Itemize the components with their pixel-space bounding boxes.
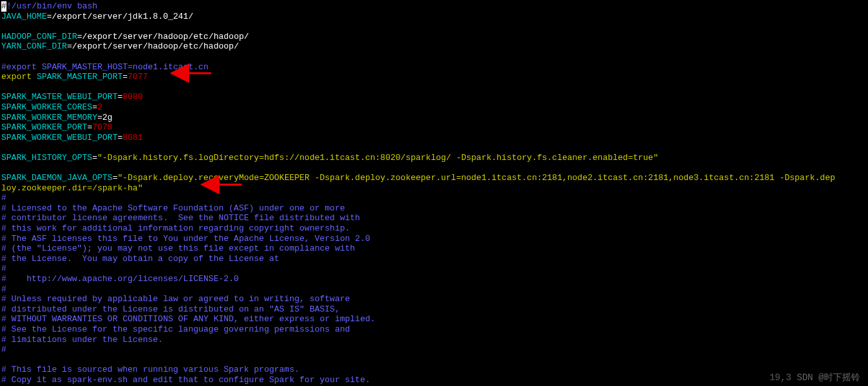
code-line[interactable] [1,355,867,365]
code-token: = [47,12,52,21]
code-token: # WITHOUT WARRANTIES OR CONDITIONS OF AN… [1,314,375,324]
code-token: # The ASF licenses this file to You unde… [1,234,371,244]
code-token: # (the "License"); you may not use this … [1,244,355,253]
code-token: SPARK_MASTER_PORT [37,72,123,82]
code-token: # the License. You may obtain a copy of … [1,254,279,264]
code-token: # Unless required by applicable law or a… [1,294,350,304]
code-token: # This file is sourced when running vari… [1,365,299,374]
code-token: # [1,1,6,12]
code-token: /export/server/jdk1.8.0_241/ [52,12,193,21]
code-token: # Copy it as spark-env.sh and edit that … [1,375,371,385]
code-line[interactable]: #!/usr/bin/env bash [1,1,867,12]
code-token: YARN_CONF_DIR [1,41,67,51]
code-token: /export/server/hadoop/etc/hadoop/ [72,41,238,51]
code-line[interactable]: JAVA_HOME=/export/server/jdk1.8.0_241/ [1,12,867,22]
code-token: # [1,284,6,294]
watermark-text: SDN @时下摇铃 [797,372,860,383]
code-line[interactable] [1,142,867,153]
code-line[interactable]: # http://www.apache.org/licenses/LICENSE… [1,274,867,284]
code-token: JAVA_HOME [1,12,47,21]
code-token: 2 [97,102,102,112]
code-line[interactable]: loy.zookeeper.dir=/spark-ha" [1,183,867,194]
code-token: # this work for additional information r… [1,223,350,233]
code-line[interactable]: export SPARK_MASTER_PORT=7077 [1,72,867,82]
code-line[interactable]: SPARK_WORKER_MEMORY=2g [1,113,867,123]
code-line[interactable]: # See the License for the specific langu… [1,324,867,335]
code-token: "-Dspark.deploy.recoveryMode=ZOOKEEPER -… [117,173,835,183]
cursor-position: 19,3 [770,372,792,383]
code-token: 7077 [128,72,148,82]
code-token: SPARK_DAEMON_JAVA_OPTS [1,173,113,183]
code-token: SPARK_WORKER_PORT [1,122,87,132]
code-token: # Licensed to the Apache Software Founda… [1,203,345,213]
code-token: # See the License for the specific langu… [1,324,350,334]
code-line[interactable]: # (the "License"); you may not use this … [1,244,867,254]
code-token: SPARK_MASTER_WEBUI_PORT [1,92,117,102]
code-token: HADOOP_CONF_DIR [1,32,77,41]
code-line[interactable]: # limitations under the License. [1,335,867,345]
code-line[interactable]: # Licensed to the Apache Software Founda… [1,203,867,214]
code-line[interactable]: # [1,264,867,274]
code-token: SPARK_WORKER_MEMORY [1,113,97,122]
watermark: 19,3 SDN @时下摇铃 [770,372,860,383]
code-line[interactable] [1,163,867,174]
code-line[interactable]: # The ASF licenses this file to You unde… [1,234,867,244]
code-token: # [1,345,6,354]
code-token: # limitations under the License. [1,335,163,345]
code-line[interactable]: SPARK_HISTORY_OPTS="-Dspark.history.fs.l… [1,153,867,163]
code-token: "-Dspark.history.fs.logDirectory=hdfs://… [97,153,658,163]
code-token: = [122,72,128,82]
code-token: /export/server/hadoop/etc/hadoop/ [82,32,249,41]
code-token: #export SPARK_MASTER_HOST=node1.itcast.c… [1,62,209,72]
code-token: = [97,113,102,122]
code-token: SPARK_HISTORY_OPTS [1,153,92,163]
code-line[interactable]: # distributed under the License is distr… [1,304,867,315]
code-token [32,72,37,82]
code-line[interactable]: # [1,284,867,295]
code-token: !/usr/bin/env bash [6,1,97,11]
code-token: export [1,72,32,82]
code-token: # [1,193,6,203]
code-line[interactable]: # Copy it as spark-env.sh and edit that … [1,375,867,385]
code-line[interactable]: # Unless required by applicable law or a… [1,294,867,304]
code-line[interactable]: SPARK_MASTER_WEBUI_PORT=8080 [1,92,867,102]
code-line[interactable]: YARN_CONF_DIR=/export/server/hadoop/etc/… [1,41,867,52]
code-token: # distributed under the License is distr… [1,304,340,314]
code-token: 2g [102,113,113,122]
code-token: loy.zookeeper.dir=/spark-ha" [1,183,143,193]
code-line[interactable]: SPARK_WORKER_CORES=2 [1,102,867,113]
code-token: # http://www.apache.org/licenses/LICENSE… [1,274,239,284]
terminal-editor[interactable]: #!/usr/bin/env bashJAVA_HOME=/export/ser… [1,1,867,385]
code-line[interactable]: # [1,345,867,355]
code-token: SPARK_WORKER_WEBUI_PORT [1,133,117,142]
code-token: 7078 [92,122,112,132]
code-line[interactable]: SPARK_WORKER_WEBUI_PORT=8081 [1,133,867,143]
code-line[interactable] [1,21,867,32]
code-token: 8081 [122,133,143,142]
code-line[interactable]: # [1,193,867,203]
code-line[interactable]: # the License. You may obtain a copy of … [1,254,867,264]
code-line[interactable]: # this work for additional information r… [1,223,867,234]
code-line[interactable]: # contributor license agreements. See th… [1,213,867,223]
code-line[interactable]: # WITHOUT WARRANTIES OR CONDITIONS OF AN… [1,314,867,324]
code-line[interactable]: #export SPARK_MASTER_HOST=node1.itcast.c… [1,62,867,73]
code-token: = [77,32,82,41]
code-line[interactable]: SPARK_WORKER_PORT=7078 [1,122,867,133]
code-line[interactable] [1,52,867,62]
code-token: SPARK_WORKER_CORES [1,102,92,112]
code-token: 8080 [122,92,143,102]
code-token: # [1,264,6,273]
code-token: # contributor license agreements. See th… [1,213,360,223]
code-line[interactable]: HADOOP_CONF_DIR=/export/server/hadoop/et… [1,32,867,42]
code-line[interactable] [1,82,867,93]
code-line[interactable]: # This file is sourced when running vari… [1,365,867,375]
code-line[interactable]: SPARK_DAEMON_JAVA_OPTS="-Dspark.deploy.r… [1,173,867,183]
